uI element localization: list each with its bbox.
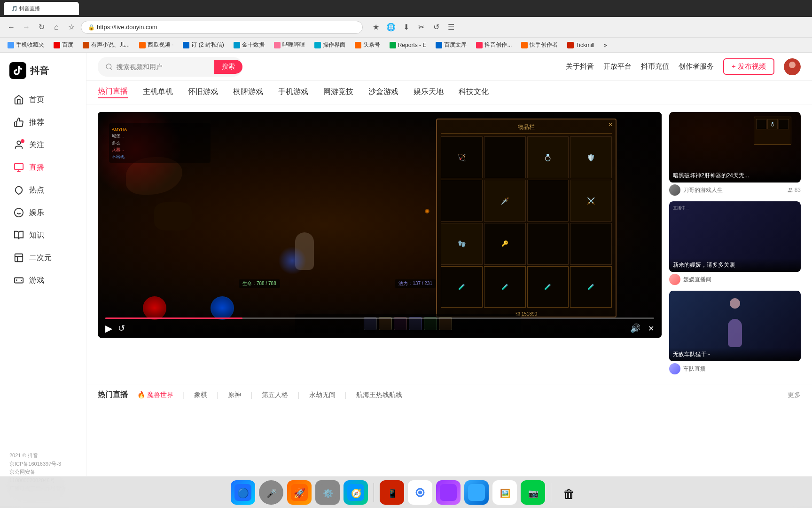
sidebar-item-game[interactable]: 游戏 bbox=[4, 270, 82, 291]
bookmark-more[interactable]: » bbox=[600, 40, 611, 51]
nav-coin[interactable]: 抖币充值 bbox=[641, 62, 669, 71]
cat-hot-live[interactable]: 热门直播 bbox=[98, 87, 128, 98]
bookmark-caozuo[interactable]: 操作界面 bbox=[311, 40, 349, 51]
star-button[interactable]: ☆ bbox=[66, 22, 77, 33]
scissors-icon[interactable]: ✂ bbox=[415, 22, 427, 33]
download-icon[interactable]: ⬇ bbox=[400, 22, 412, 33]
publish-button[interactable]: + 发布视频 bbox=[723, 58, 774, 75]
inventory-title: 物品栏 bbox=[441, 123, 612, 134]
address-bar[interactable]: 🔒 https://live.douyin.com bbox=[81, 21, 363, 34]
nav-creator[interactable]: 创作者服务 bbox=[679, 62, 714, 71]
reload-button[interactable]: ↻ bbox=[36, 22, 47, 33]
translate-icon[interactable]: 🌐 bbox=[385, 22, 397, 33]
svg-text:📱: 📱 bbox=[387, 488, 398, 499]
menu-icon[interactable]: ☰ bbox=[445, 22, 457, 33]
dock-photos[interactable]: 🖼️ bbox=[492, 480, 517, 505]
sidebar-item-follow[interactable]: 关注 bbox=[4, 135, 82, 155]
recommend-label: 推荐 bbox=[29, 118, 44, 127]
bookmark-tickmill[interactable]: Tickmill bbox=[563, 40, 598, 51]
svg-point-2 bbox=[15, 208, 23, 217]
nav-open[interactable]: 开放平台 bbox=[603, 62, 632, 71]
hot-section-title: 热门直播 bbox=[98, 390, 128, 400]
video-controls: ▶ ↺ 🔊 ✕ bbox=[98, 308, 662, 338]
bookmark-toutiao[interactable]: 头条号 bbox=[351, 40, 384, 51]
bookmark-reports[interactable]: Reports - E bbox=[386, 40, 430, 51]
stream-card-2[interactable]: 直播中... 新来的媛媛，请多多关照 媛媛直播间 bbox=[669, 201, 801, 287]
hot-tag-fifth[interactable]: 第五人格 bbox=[262, 391, 288, 399]
history-icon[interactable]: ↺ bbox=[430, 22, 442, 33]
bookmark-baidu[interactable]: 百度 bbox=[50, 40, 77, 51]
dock-app-red[interactable]: 📱 bbox=[380, 480, 404, 505]
progress-bar[interactable] bbox=[105, 318, 654, 319]
bookmark-wenku[interactable]: 百度文库 bbox=[432, 40, 470, 51]
cat-esports[interactable]: 网游竞技 bbox=[323, 87, 353, 98]
bookmark-jinshi[interactable]: 金十数据 bbox=[230, 40, 268, 51]
knowledge-label: 知识 bbox=[29, 230, 44, 240]
extension-icon[interactable]: ★ bbox=[370, 22, 382, 33]
cat-tech[interactable]: 科技文化 bbox=[459, 87, 489, 98]
search-button[interactable]: 搜索 bbox=[214, 60, 242, 74]
sidebar-item-entertainment[interactable]: 娱乐 bbox=[4, 202, 82, 223]
hot-tag-onepiece[interactable]: 航海王热线航线 bbox=[356, 391, 402, 399]
dock-finder[interactable]: 🔵 bbox=[231, 480, 255, 505]
sidebar-item-knowledge[interactable]: 知识 bbox=[4, 225, 82, 246]
hot-tag-wow[interactable]: 🔥 魔兽世界 bbox=[137, 391, 173, 399]
cat-retro[interactable]: 怀旧游戏 bbox=[188, 87, 218, 98]
dock-safari[interactable]: 🧭 bbox=[344, 480, 368, 505]
anime-label: 二次元 bbox=[29, 253, 52, 263]
home-icon bbox=[13, 94, 24, 105]
cat-mobile[interactable]: 手机游戏 bbox=[278, 87, 308, 98]
dock-facetime[interactable]: 📷 bbox=[521, 480, 545, 505]
bookmark-bilibili[interactable]: 哔哩哔哩 bbox=[270, 40, 309, 51]
bookmark-shouji[interactable]: 手机收藏夹 bbox=[4, 40, 48, 51]
health-display: 生命：788 / 788 bbox=[239, 279, 280, 288]
dock-app-purple[interactable] bbox=[436, 480, 461, 505]
bookmark-kuaishou[interactable]: 快手创作者 bbox=[517, 40, 562, 51]
active-tab[interactable]: 🎵 抖音直播 bbox=[4, 2, 79, 15]
dock-launchpad[interactable]: 🚀 bbox=[287, 480, 312, 505]
sidebar-item-anime[interactable]: 二次元 bbox=[4, 247, 82, 268]
play-button[interactable]: ▶ bbox=[105, 323, 112, 334]
logo[interactable]: 抖音 bbox=[0, 58, 86, 88]
bookmark-zhijian[interactable]: 订 (2 封私信) bbox=[179, 40, 227, 51]
stream-card-3[interactable]: 无敌车队猛干~ 车队直播 bbox=[669, 291, 801, 376]
bookmark-yousheng[interactable]: 有声小说、儿... bbox=[79, 40, 133, 51]
nav-about[interactable]: 关于抖音 bbox=[566, 62, 594, 71]
sidebar-item-live[interactable]: 直播 bbox=[4, 157, 82, 178]
sidebar-item-hot[interactable]: 热点 bbox=[4, 180, 82, 200]
dock-system-prefs[interactable]: ⚙️ bbox=[315, 480, 340, 505]
stream-card-1[interactable]: 💍 暗黑破坏神2肝神器的24天无... 刀哥的游戏人生 bbox=[669, 112, 801, 198]
forward-button[interactable]: → bbox=[21, 22, 32, 33]
hot-tag-yuanshen[interactable]: 原神 bbox=[228, 391, 241, 399]
dock-chrome[interactable] bbox=[408, 480, 432, 505]
sidebar-item-recommend[interactable]: 推荐 bbox=[4, 112, 82, 133]
sidebar-item-home[interactable]: 首页 bbox=[4, 89, 82, 110]
search-input[interactable] bbox=[117, 63, 211, 71]
svg-text:🖼️: 🖼️ bbox=[500, 488, 511, 499]
inventory-close[interactable]: ✕ bbox=[608, 121, 613, 128]
user-avatar[interactable] bbox=[784, 58, 801, 75]
back-button[interactable]: ← bbox=[6, 22, 17, 33]
volume-button[interactable]: 🔊 bbox=[630, 323, 640, 333]
dock-siri[interactable]: 🎤 bbox=[259, 480, 283, 505]
dock-app-blue[interactable] bbox=[464, 480, 489, 505]
dock-trash[interactable]: 🗑 bbox=[557, 480, 581, 505]
cat-console[interactable]: 主机单机 bbox=[143, 87, 173, 98]
bookmark-douyin-creator[interactable]: 抖音创作... bbox=[472, 40, 515, 51]
game-label: 游戏 bbox=[29, 276, 44, 286]
svg-point-9 bbox=[789, 62, 796, 68]
hot-tag-chess[interactable]: 象棋 bbox=[194, 391, 207, 399]
stream3-author-name: 车队直播 bbox=[683, 365, 706, 373]
bookmark-xigua[interactable]: 西瓜视频 - bbox=[135, 40, 177, 51]
right-sidebar: 💍 暗黑破坏神2肝神器的24天无... 刀哥的游戏人生 bbox=[669, 112, 801, 376]
hot-tag-yongjie[interactable]: 永劫无间 bbox=[309, 391, 336, 399]
more-button[interactable]: 更多 bbox=[788, 391, 801, 399]
cat-sandbox[interactable]: 沙盒游戏 bbox=[368, 87, 398, 98]
cat-board[interactable]: 棋牌游戏 bbox=[233, 87, 263, 98]
mute-icon: ✕ bbox=[648, 324, 654, 333]
replay-button[interactable]: ↺ bbox=[118, 323, 125, 333]
smile-icon bbox=[13, 207, 24, 218]
video-player[interactable]: ✕ 物品栏 🏹 💍 🛡️ bbox=[98, 112, 662, 338]
cat-entertainment[interactable]: 娱乐天地 bbox=[414, 87, 444, 98]
home-button[interactable]: ⌂ bbox=[51, 22, 62, 33]
